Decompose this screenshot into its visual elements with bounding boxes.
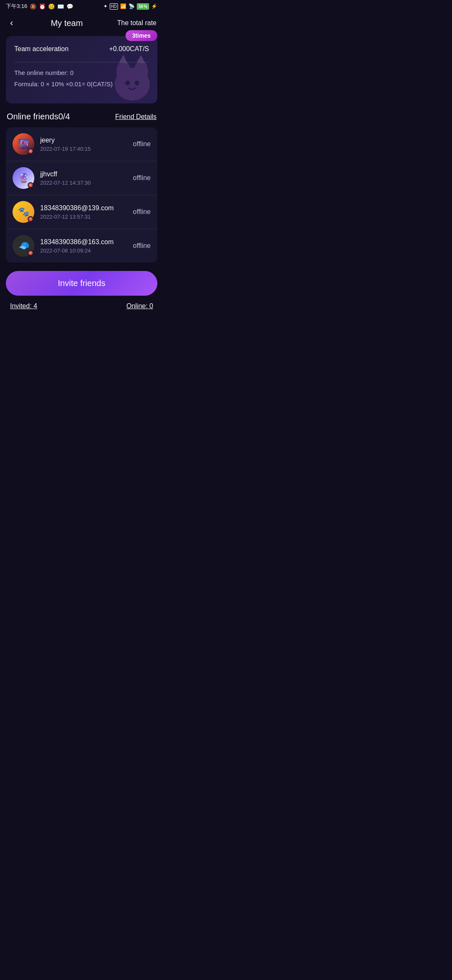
avatar-wrap: 🔮 — [13, 167, 34, 189]
times-badge: 3times — [126, 30, 157, 41]
list-item: 🧢 18348390386@163.com 2022-07-06 10:09:2… — [6, 229, 157, 263]
battery-percent: % — [144, 4, 147, 9]
friends-list: 🌆 jeery 2022-07-19 17:40:15 offline 🔮 jj… — [6, 127, 157, 263]
bottom-section: Invite friends Invited: 4 Online: 0 — [0, 263, 163, 314]
team-card: Team acceleration +0.000CAT/S The online… — [6, 36, 157, 103]
avatar-wrap: 🧢 — [13, 235, 34, 257]
alarm-icon: ⏰ — [39, 3, 46, 10]
friend-info: 18348390386@163.com 2022-07-06 10:09:24 — [40, 238, 127, 254]
friend-info: jjhvcff 2022-07-12 14:37:30 — [40, 170, 127, 186]
list-item: 🌆 jeery 2022-07-19 17:40:15 offline — [6, 127, 157, 161]
list-item: 🔮 jjhvcff 2022-07-12 14:37:30 offline — [6, 161, 157, 195]
invited-stat[interactable]: Invited: 4 — [10, 302, 37, 310]
battery-indicator: 56 % — [137, 3, 149, 10]
status-left: 下午3:16 🔕 ⏰ 😊 ✉️ 💬 — [6, 3, 73, 10]
friend-info: 18348390386@139.com 2022-07-12 13:57:31 — [40, 204, 127, 220]
back-button[interactable]: ‹ — [7, 16, 16, 30]
page-title: My team — [51, 18, 83, 28]
offline-indicator — [28, 216, 33, 222]
svg-point-6 — [135, 81, 139, 85]
online-stat[interactable]: Online: 0 — [126, 302, 153, 310]
avatar-wrap: 🐾 — [13, 201, 34, 223]
friend-name: 18348390386@139.com — [40, 204, 127, 212]
list-item: 🐾 18348390386@139.com 2022-07-12 13:57:3… — [6, 195, 157, 229]
friend-details-link[interactable]: Friend Details — [115, 113, 157, 121]
status-bar: 下午3:16 🔕 ⏰ 😊 ✉️ 💬 ✦ HD 📶 📡 56 % ⚡ — [0, 0, 163, 12]
offline-indicator — [28, 182, 33, 188]
stats-row: Invited: 4 Online: 0 — [6, 302, 157, 310]
friend-name: jeery — [40, 137, 127, 144]
acceleration-label: Team acceleration — [14, 45, 69, 53]
offline-indicator — [28, 148, 33, 154]
friend-status: offline — [133, 208, 151, 216]
online-friends-title: Online friends0/4 — [7, 112, 70, 121]
wifi-icon: 📡 — [128, 3, 135, 9]
chat-icon: 💬 — [67, 3, 73, 10]
friend-name: 18348390386@163.com — [40, 238, 127, 246]
team-card-wrapper: 3times Team acceleration +0.000CAT/S The… — [6, 36, 157, 103]
offline-indicator — [28, 250, 33, 256]
status-right: ✦ HD 📶 📡 56 % ⚡ — [103, 3, 157, 10]
mute-icon: 🔕 — [30, 3, 36, 10]
cat-bg-icon — [103, 49, 157, 103]
friend-time: 2022-07-19 17:40:15 — [40, 146, 127, 152]
total-rate-link[interactable]: The total rate — [117, 19, 157, 27]
charging-icon: ⚡ — [151, 3, 157, 9]
friend-status: offline — [133, 174, 151, 182]
section-header: Online friends0/4 Friend Details — [0, 112, 163, 127]
friend-info: jeery 2022-07-19 17:40:15 — [40, 137, 127, 152]
invite-friends-button[interactable]: Invite friends — [6, 271, 157, 296]
signal-icon: 📶 — [120, 3, 126, 9]
emoji-icon: 😊 — [48, 3, 55, 10]
friend-name: jjhvcff — [40, 170, 127, 178]
bluetooth-icon: ✦ — [103, 3, 108, 9]
friend-status: offline — [133, 242, 151, 250]
svg-point-2 — [134, 61, 148, 82]
svg-point-1 — [116, 61, 131, 82]
battery-level: 56 — [139, 4, 143, 9]
friend-time: 2022-07-12 13:57:31 — [40, 214, 127, 220]
friend-status: offline — [133, 140, 151, 148]
hd-badge: HD — [110, 3, 118, 10]
avatar-wrap: 🌆 — [13, 133, 34, 155]
mail-icon: ✉️ — [57, 3, 64, 10]
friend-time: 2022-07-06 10:09:24 — [40, 248, 127, 254]
svg-point-5 — [125, 81, 130, 85]
status-time: 下午3:16 — [6, 3, 27, 10]
friend-time: 2022-07-12 14:37:30 — [40, 180, 127, 186]
